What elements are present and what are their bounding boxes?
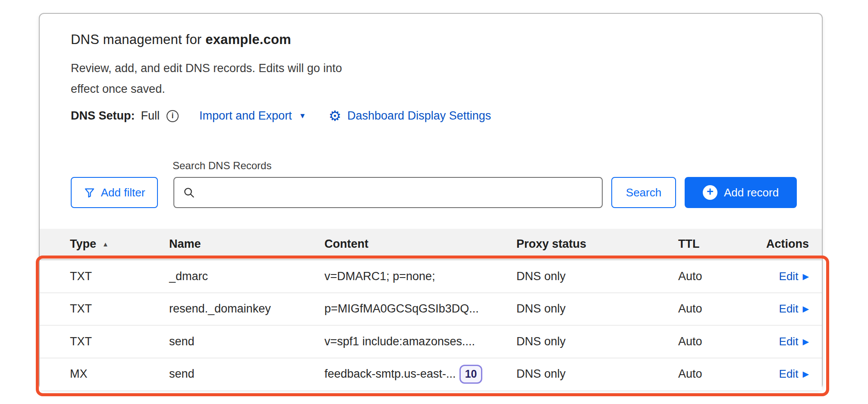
edit-record-link[interactable]: Edit [779,367,809,381]
dns-management-card: DNS management for example.com Review, a… [39,13,823,389]
edit-record-link[interactable]: Edit [779,270,809,283]
import-export-link[interactable]: Import and Export [199,109,306,123]
search-button-label: Search [626,186,661,199]
column-header-name: Name [169,237,324,251]
plus-circle-icon [703,185,717,200]
filter-funnel-icon [84,187,95,199]
page-title-domain: example.com [205,32,291,47]
record-proxy-status: DNS only [516,302,678,316]
gear-icon [328,109,341,123]
chevron-right-icon [802,271,809,281]
add-filter-label: Add filter [101,186,145,199]
edit-label: Edit [779,335,799,348]
sort-ascending-icon [102,240,109,248]
chevron-right-icon [802,304,809,314]
search-input[interactable] [173,177,603,208]
table-row: MX send feedback-smtp.us-east-... 10 DNS… [40,358,822,391]
record-name: send [169,335,324,348]
dns-records-table: Type Name Content Proxy status TTL Actio… [40,229,822,390]
record-name: send [169,367,324,381]
record-proxy-status: DNS only [516,335,678,348]
table-header-row: Type Name Content Proxy status TTL Actio… [40,229,822,260]
column-header-ttl: TTL [678,237,760,251]
record-actions: Edit [779,270,809,283]
record-ttl: Auto [678,302,760,316]
record-ttl: Auto [678,335,760,348]
table-row: TXT resend._domainkey p=MIGfMA0GCSqGSIb3… [40,293,822,325]
record-name: resend._domainkey [169,302,324,316]
info-icon[interactable] [167,110,179,122]
import-export-label: Import and Export [199,109,292,123]
record-name: _dmarc [169,270,324,283]
record-type: TXT [70,302,169,316]
record-actions: Edit [779,335,809,348]
column-header-type-label: Type [70,237,96,251]
chevron-down-icon [299,112,306,120]
record-type: MX [70,367,169,381]
dns-management-page: DNS management for example.com Review, a… [0,0,868,404]
edit-label: Edit [779,367,799,381]
record-proxy-status: DNS only [516,270,678,283]
search-dns-records-label: Search DNS Records [173,160,271,172]
page-title-prefix: DNS management for [71,32,205,47]
column-header-content: Content [324,237,516,251]
dns-setup-row: DNS Setup: Full Import and Export Dashbo… [71,109,491,123]
record-type: TXT [70,270,169,283]
edit-record-link[interactable]: Edit [779,302,809,316]
column-header-type[interactable]: Type [70,237,169,251]
record-content: feedback-smtp.us-east-... 10 [324,365,516,384]
record-type: TXT [70,335,169,348]
dashboard-display-settings-label: Dashboard Display Settings [347,109,491,123]
column-header-proxy-status: Proxy status [516,237,678,251]
mx-priority-badge: 10 [459,365,483,384]
record-content: v=DMARC1; p=none; [324,270,516,283]
page-title: DNS management for example.com [71,32,291,47]
column-header-actions: Actions [766,237,809,251]
search-button[interactable]: Search [611,177,676,208]
record-content: p=MIGfMA0GCSqGSIb3DQ... [324,302,516,316]
edit-label: Edit [779,270,799,283]
record-ttl: Auto [678,367,760,381]
record-actions: Edit [779,367,809,381]
add-record-label: Add record [724,186,779,199]
edit-record-link[interactable]: Edit [779,335,809,348]
table-row: TXT _dmarc v=DMARC1; p=none; DNS only Au… [40,260,822,293]
record-proxy-status: DNS only [516,367,678,381]
record-ttl: Auto [678,270,760,283]
record-content: v=spf1 include:amazonses.... [324,335,516,348]
add-record-button[interactable]: Add record [685,177,797,208]
dashboard-display-settings-link[interactable]: Dashboard Display Settings [328,109,491,123]
chevron-right-icon [802,369,809,379]
toolbar: Add filter Search Add record [40,177,822,208]
page-subtitle: Review, add, and edit DNS records. Edits… [71,58,343,99]
dns-setup-label: DNS Setup: [71,109,135,123]
add-filter-button[interactable]: Add filter [71,177,158,208]
record-content-text: feedback-smtp.us-east-... [324,367,456,381]
chevron-right-icon [802,337,809,347]
edit-label: Edit [779,302,799,316]
dns-setup-value: Full [141,109,160,123]
record-actions: Edit [779,302,809,316]
table-row: TXT send v=spf1 include:amazonses.... DN… [40,325,822,358]
